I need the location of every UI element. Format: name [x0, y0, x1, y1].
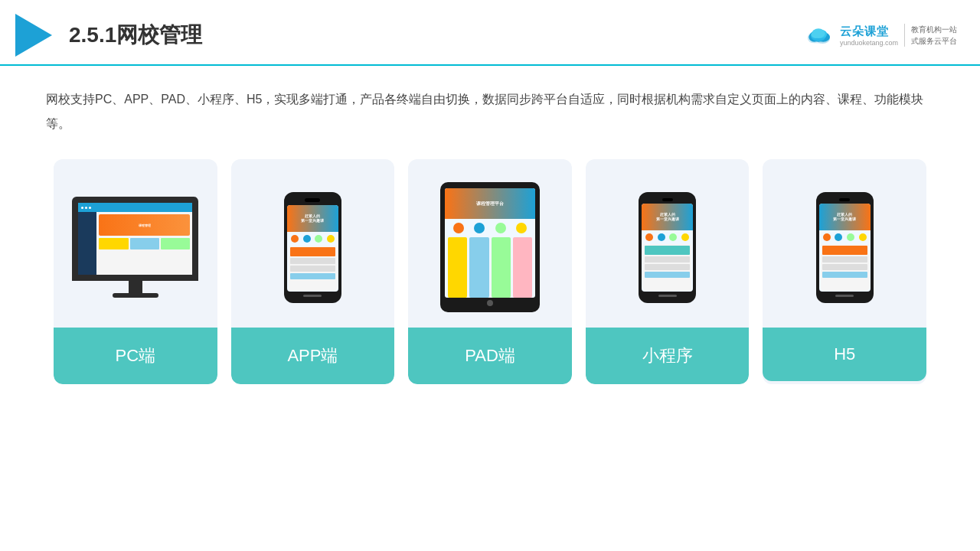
card-app-image: 赶紧人的第一堂兴趣课 [231, 159, 395, 328]
card-h5-label: H5 [763, 328, 926, 381]
phone-app-icon: 赶紧人的第一堂兴趣课 [284, 192, 341, 303]
cloud-icon [803, 24, 834, 47]
brand-logo: 云朵课堂 yunduoketang.com 教育机构一站 式服务云平台 [803, 24, 957, 47]
page-title: 2.5.1网校管理 [69, 21, 202, 50]
main-content: 网校支持PC、APP、PAD、小程序、H5，实现多端打通，产品各终端自由切换，数… [0, 66, 980, 399]
pc-monitor-icon: 课程管理 [72, 197, 198, 298]
tablet-pad-icon: 课程管理平台 [440, 182, 540, 312]
header-left: 2.5.1网校管理 [15, 14, 202, 57]
phone-home-indicator [303, 295, 322, 297]
phone-home-indicator-mini [658, 295, 677, 297]
svg-point-9 [812, 28, 825, 38]
card-miniprogram-label: 小程序 [586, 328, 750, 384]
logo-triangle-icon [15, 14, 52, 57]
phone-mini-notch [662, 198, 673, 201]
card-h5-image: 赶紧人的第一堂兴趣课 [763, 159, 926, 328]
card-miniprogram: 赶紧人的第一堂兴趣课 [586, 159, 750, 384]
card-pad-label: PAD端 [408, 328, 572, 384]
phone-miniprogram-icon: 赶紧人的第一堂兴趣课 [639, 192, 696, 303]
header: 2.5.1网校管理 云朵课堂 yunduoketang.com 教育机构一站 式… [0, 0, 980, 66]
brand-text-group: 云朵课堂 yunduoketang.com [840, 24, 898, 47]
description-text: 网校支持PC、APP、PAD、小程序、H5，实现多端打通，产品各终端自由切换，数… [46, 87, 934, 136]
brand-slogan: 教育机构一站 式服务云平台 [911, 24, 957, 47]
card-pad-image: 课程管理平台 [408, 159, 572, 328]
card-pc-image: 课程管理 [54, 159, 217, 328]
card-pc: 课程管理 [54, 159, 217, 384]
phone-home-indicator-h5 [835, 295, 854, 297]
card-h5: 赶紧人的第一堂兴趣课 [763, 159, 926, 384]
card-app-label: APP端 [231, 328, 395, 384]
phone-notch [305, 198, 320, 202]
card-pad: 课程管理平台 [408, 159, 572, 384]
brand-divider [904, 24, 905, 47]
cards-container: 课程管理 [46, 159, 934, 384]
brand-name: 云朵课堂 [840, 24, 898, 39]
tablet-home-button [487, 300, 493, 306]
card-app: 赶紧人的第一堂兴趣课 [231, 159, 395, 384]
phone-h5-icon: 赶紧人的第一堂兴趣课 [816, 192, 874, 303]
card-miniprogram-image: 赶紧人的第一堂兴趣课 [586, 159, 750, 328]
phone-h5-notch [839, 198, 850, 201]
card-pc-label: PC端 [54, 328, 217, 384]
brand-url: yunduoketang.com [840, 39, 898, 47]
